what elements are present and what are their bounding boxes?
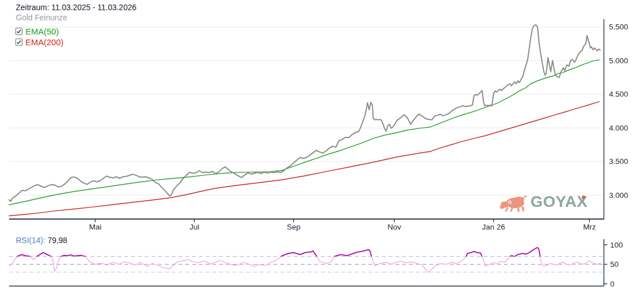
legend-label-ema50: EMA(50): [25, 27, 59, 36]
svg-text:4.000: 4.000: [609, 124, 628, 132]
svg-text:3.000: 3.000: [609, 191, 628, 200]
gold-chart-widget: MaiJulSepNovJan 26Mrz5.5005.0004.5004.00…: [0, 0, 644, 290]
period-label: Zeitraum: 11.03.2025 - 11.03.2026: [16, 3, 137, 12]
checkbox-checked-icon[interactable]: [15, 28, 23, 35]
svg-text:Mrz: Mrz: [583, 223, 596, 231]
svg-text:5.500: 5.500: [609, 23, 628, 31]
goyax-logo-dot: [582, 196, 585, 199]
goyax-bull-icon: [499, 193, 528, 213]
legend-item-ema50[interactable]: EMA(50): [15, 27, 59, 36]
svg-text:3.500: 3.500: [609, 157, 628, 166]
svg-text:5.000: 5.000: [609, 57, 628, 65]
instrument-name: Gold Feinunze: [16, 13, 67, 22]
price-rsi-chart-canvas[interactable]: MaiJulSepNovJan 26Mrz5.5005.0004.5004.00…: [0, 0, 644, 290]
svg-text:Jul: Jul: [189, 223, 199, 231]
svg-text:Nov: Nov: [388, 223, 401, 231]
svg-text:50: 50: [610, 260, 619, 269]
rsi-readout: RSI(14):79,98: [16, 236, 67, 245]
checkbox-checked-icon[interactable]: [15, 38, 23, 46]
rsi-value: 79,98: [47, 236, 67, 245]
svg-text:Sep: Sep: [287, 223, 301, 231]
legend-label-ema200: EMA(200): [25, 38, 64, 46]
svg-text:4.500: 4.500: [609, 90, 628, 98]
svg-text:100: 100: [610, 241, 623, 249]
legend-item-ema200[interactable]: EMA(200): [15, 38, 64, 46]
goyax-logo-text: GOYAX: [530, 194, 588, 210]
svg-text:Mai: Mai: [89, 223, 102, 231]
rsi-indicator-label: RSI(14):: [16, 236, 45, 245]
svg-text:0: 0: [610, 280, 615, 288]
svg-text:Jan 26: Jan 26: [482, 223, 505, 231]
